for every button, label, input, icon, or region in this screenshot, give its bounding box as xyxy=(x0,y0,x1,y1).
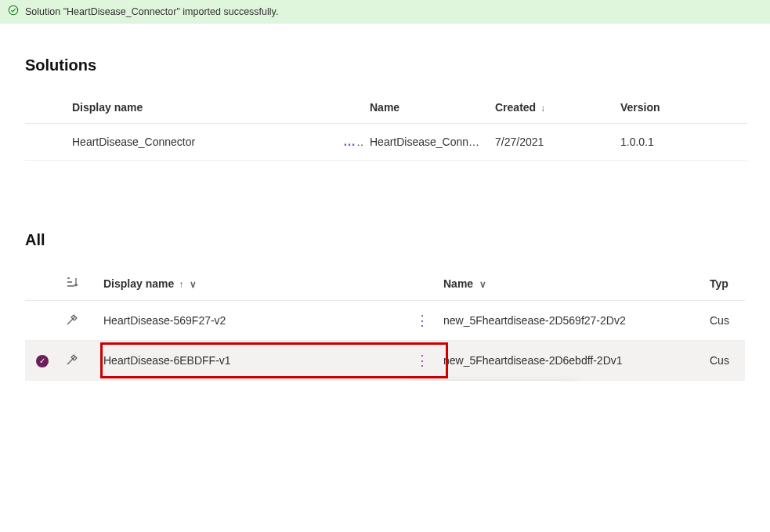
sort-desc-icon xyxy=(540,103,545,114)
component-name: new_5Fheartdisease-2D6ebdff-2Dv1 xyxy=(437,341,703,381)
success-check-icon xyxy=(8,5,19,18)
success-message: Solution "HeartDisease_Connector" import… xyxy=(25,6,278,17)
connector-icon xyxy=(60,341,97,381)
component-type: Cus xyxy=(703,301,745,341)
sort-column-icon[interactable] xyxy=(60,266,97,301)
row-more-button[interactable]: ⋮ xyxy=(409,352,436,369)
col-name[interactable]: Name xyxy=(363,92,489,124)
chevron-down-icon xyxy=(479,279,486,290)
solution-display-name: HeartDisease_Connector xyxy=(66,124,332,161)
solution-name: HeartDisease_Conne... xyxy=(363,124,489,161)
component-type: Cus xyxy=(703,341,745,381)
component-display-name: HeartDisease-6EBDFF-v1 xyxy=(97,341,403,381)
component-row[interactable]: HeartDisease-6EBDFF-v1 ⋮ new_5Fheartdise… xyxy=(25,341,745,381)
components-table: Display name Name Typ xyxy=(25,266,745,381)
component-row[interactable]: HeartDisease-569F27-v2 ⋮ new_5Fheartdise… xyxy=(25,301,745,341)
col-type-all[interactable]: Typ xyxy=(703,266,745,301)
component-display-name: HeartDisease-569F27-v2 xyxy=(97,301,403,341)
row-more-button[interactable]: ⋮ xyxy=(409,312,436,329)
chevron-down-icon xyxy=(190,279,197,290)
col-display-name[interactable]: Display name xyxy=(66,92,332,124)
row-selected-check-icon[interactable] xyxy=(36,355,49,367)
connector-icon xyxy=(60,301,97,341)
col-display-name-all[interactable]: Display name xyxy=(97,266,403,301)
col-name-all[interactable]: Name xyxy=(437,266,703,301)
col-created[interactable]: Created xyxy=(489,92,614,124)
sort-asc-icon xyxy=(179,279,183,290)
solution-version: 1.0.0.1 xyxy=(614,124,747,161)
all-heading: All xyxy=(25,231,745,249)
solution-created: 7/27/2021 xyxy=(489,124,614,161)
solution-row[interactable]: HeartDisease_Connector … HeartDisease_Co… xyxy=(25,124,747,161)
svg-point-0 xyxy=(9,5,17,14)
col-version[interactable]: Version xyxy=(614,92,747,124)
solutions-table: Display name Name Created Version HeartD… xyxy=(25,92,747,161)
component-name: new_5Fheartdisease-2D569f27-2Dv2 xyxy=(437,301,703,341)
success-banner: Solution "HeartDisease_Connector" import… xyxy=(0,0,770,24)
solutions-heading: Solutions xyxy=(25,56,745,74)
row-actions-ellipsis[interactable]: … xyxy=(338,135,361,148)
